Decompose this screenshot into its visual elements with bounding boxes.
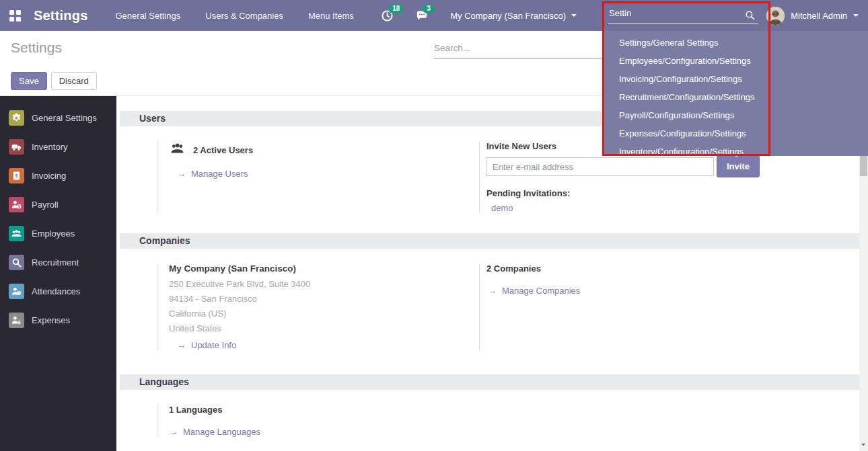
arrow-right-icon: → [488, 286, 497, 296]
svg-text:$: $ [15, 173, 18, 179]
menu-search-result-item[interactable]: Settings/General Settings [603, 34, 868, 52]
menu-search-result-item[interactable]: Expenses/Configuration/Settings [603, 124, 868, 142]
company-address-line: California (US) [169, 309, 479, 319]
menu-search-result-item[interactable]: Inventory/Configuration/Settings [603, 142, 868, 161]
employees-group-icon [9, 226, 24, 241]
discard-button[interactable]: Discard [51, 72, 97, 90]
section-header-companies: Companies [120, 233, 859, 249]
manage-languages-link[interactable]: → Manage Languages [169, 427, 479, 437]
menu-search-box [608, 5, 758, 24]
sidebar-item-label: Recruitment [32, 257, 79, 268]
company-switcher[interactable]: My Company (San Francisco) [450, 11, 577, 21]
chevron-down-icon [853, 14, 859, 19]
company-address-line: United States [169, 323, 479, 333]
save-button[interactable]: Save [11, 72, 47, 90]
sidebar-item[interactable]: Attendances [0, 277, 116, 306]
menu-search-result-item[interactable]: Payroll/Configuration/Settings [603, 106, 868, 124]
sidebar-item[interactable]: Recruitment [0, 248, 116, 277]
gear-icon [9, 110, 24, 126]
languages-section: 1 Languages → Manage Languages [116, 390, 868, 444]
inventory-truck-icon [9, 139, 24, 155]
pending-invitations-label: Pending Invitations: [486, 188, 859, 198]
languages-count: 1 Languages [169, 405, 479, 415]
activity-count-badge: 18 [388, 4, 404, 13]
svg-text:$: $ [17, 320, 20, 325]
user-menu[interactable]: Mitchell Admin [766, 7, 859, 25]
recruitment-magnifier-icon [9, 255, 24, 270]
sidebar-item[interactable]: General Settings [0, 104, 116, 132]
expenses-person-dollar-icon: $ [9, 313, 24, 328]
app-brand-title[interactable]: Settings [34, 8, 88, 24]
section-header-languages: Languages [120, 374, 859, 390]
sidebar-item-label: Payroll [32, 200, 59, 210]
sidebar-item[interactable]: $ Invoicing [0, 161, 116, 190]
companies-section: My Company (San Francisco) 250 Executive… [116, 249, 868, 374]
companies-count: 2 Companies [486, 263, 859, 274]
menu-search-dropdown: Settings/General SettingsEmployees/Confi… [603, 31, 868, 156]
company-switcher-label: My Company (San Francisco) [450, 11, 566, 21]
sidebar-item[interactable]: Inventory [0, 132, 116, 161]
action-buttons: Save Discard [11, 72, 97, 90]
messages-count-badge: 3 [423, 4, 435, 13]
navbar-menu-item[interactable]: General Settings [116, 11, 181, 21]
navbar-menu-item[interactable]: Menu Items [308, 11, 354, 21]
pending-invitation-link[interactable]: demo [486, 203, 859, 213]
menu-search-result-item[interactable]: Invoicing/Configuration/Settings [603, 70, 868, 88]
menu-search-result-item[interactable]: Employees/Configuration/Settings [603, 52, 868, 70]
payroll-person-icon: $ [9, 197, 24, 212]
activity-clock-icon[interactable]: 18 [381, 9, 394, 22]
sidebar-item-label: Expenses [32, 315, 70, 325]
settings-sidebar: General Settings Inventory $ Invoicing $… [0, 96, 116, 451]
messages-chat-icon[interactable]: 3 [415, 9, 429, 22]
apps-menu-icon[interactable] [9, 10, 21, 22]
odoo-settings-app: Settings General SettingsUsers & Compani… [0, 0, 868, 451]
users-group-icon [169, 141, 186, 159]
navbar-menu-item[interactable]: Users & Companies [205, 11, 283, 21]
menu-search-result-item[interactable]: Recruitment/Configuration/Settings [603, 88, 868, 106]
arrow-right-icon: → [177, 340, 186, 350]
invoicing-document-icon: $ [9, 168, 24, 183]
arrow-right-icon: → [169, 427, 178, 437]
update-info-link[interactable]: → Update Info [169, 340, 479, 350]
menu-search-results: Settings/General SettingsEmployees/Confi… [603, 31, 868, 161]
chevron-down-icon [571, 14, 577, 19]
attendances-person-clock-icon [9, 284, 24, 299]
page-title: Settings [11, 40, 62, 56]
sidebar-item-label: Attendances [32, 286, 80, 296]
manage-users-link[interactable]: → Manage Users [169, 169, 479, 179]
sidebar-item[interactable]: $ Payroll [0, 190, 116, 219]
user-name-label: Mitchell Admin [791, 11, 847, 21]
sidebar-item-label: Inventory [32, 142, 67, 152]
sidebar-item-label: General Settings [32, 113, 97, 123]
company-address-line: 250 Executive Park Blvd, Suite 3400 [169, 279, 479, 289]
sidebar-item-label: Employees [32, 229, 75, 239]
company-address-line: 94134 - San Francisco [169, 294, 479, 304]
arrow-right-icon: → [177, 169, 186, 179]
sidebar-item-label: Invoicing [32, 171, 66, 181]
sidebar-item[interactable]: Employees [0, 219, 116, 248]
menu-search-input[interactable] [608, 5, 758, 24]
active-users-count: 2 Active Users [193, 145, 253, 155]
svg-text:$: $ [18, 205, 20, 208]
company-address: 250 Executive Park Blvd, Suite 340094134… [169, 279, 479, 333]
manage-companies-link[interactable]: → Manage Companies [486, 286, 859, 296]
avatar [766, 7, 785, 25]
company-name: My Company (San Francisco) [169, 263, 479, 274]
scrollbar-down-arrow-icon[interactable] [861, 444, 865, 448]
navbar-menu: General SettingsUsers & CompaniesMenu It… [116, 11, 354, 21]
search-icon [744, 9, 756, 24]
sidebar-item[interactable]: $ Expenses [0, 306, 116, 335]
